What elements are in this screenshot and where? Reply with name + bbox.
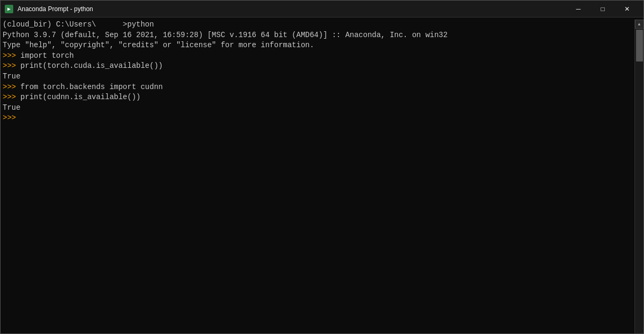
window-title: Anaconda Prompt - python (17, 5, 93, 13)
minimize-button[interactable]: ─ (566, 1, 591, 17)
terminal-line: (cloud_bir) C:\Users\ >python (3, 20, 634, 30)
terminal-line: >>> from torch.backends import cudnn (3, 82, 634, 93)
window: ▶ Anaconda Prompt - python ─ □ ✕ (cloud_… (0, 0, 644, 334)
title-bar-controls: ─ □ ✕ (566, 1, 639, 17)
command-text: from torch.backends import cudnn (21, 83, 163, 91)
terminal-line: >>> print(cudnn.is_available()) (3, 92, 634, 103)
prompt-symbol: >>> (3, 113, 21, 122)
command-text: print(cudnn.is_available()) (21, 93, 141, 101)
terminal-line: Python 3.9.7 (default, Sep 16 2021, 16:5… (3, 30, 634, 41)
maximize-button[interactable]: □ (591, 1, 615, 17)
close-button[interactable]: ✕ (615, 1, 639, 17)
command-text: import torch (21, 51, 74, 60)
prompt-symbol: >>> (3, 93, 21, 101)
terminal-content: (cloud_bir) C:\Users\ >pythonPython 3.9.… (3, 20, 634, 333)
title-bar-left: ▶ Anaconda Prompt - python (5, 5, 93, 13)
scrollbar-thumb[interactable] (636, 30, 643, 61)
app-icon: ▶ (5, 5, 13, 13)
command-text: print(torch.cuda.is_available()) (21, 61, 163, 70)
terminal-line: Type "help", "copyright", "credits" or "… (3, 40, 634, 51)
terminal-line: >>> print(torch.cuda.is_available()) (3, 61, 634, 72)
prompt-symbol: >>> (3, 51, 21, 60)
prompt-symbol: >>> (3, 61, 21, 70)
prompt-symbol: >>> (3, 83, 21, 91)
terminal-line: >>> import torch (3, 51, 634, 61)
title-bar: ▶ Anaconda Prompt - python ─ □ ✕ (1, 1, 643, 17)
terminal-body[interactable]: (cloud_bir) C:\Users\ >pythonPython 3.9.… (1, 17, 643, 333)
scroll-up-arrow[interactable]: ▲ (635, 20, 644, 29)
scrollbar[interactable]: ▲ (634, 20, 643, 333)
terminal-line: True (3, 72, 634, 82)
terminal-line: True (3, 103, 634, 113)
terminal-line: >>> (3, 113, 634, 124)
